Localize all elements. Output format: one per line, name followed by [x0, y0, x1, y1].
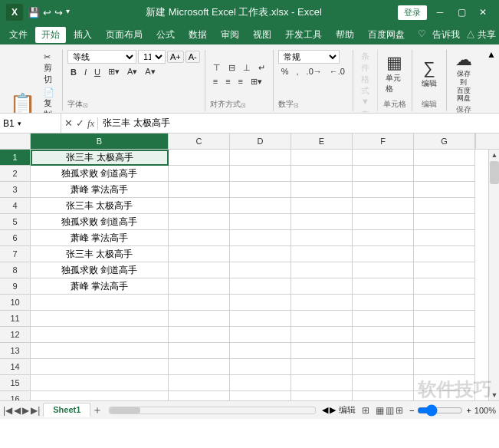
italic-button[interactable]: I [81, 65, 90, 78]
col-header-B[interactable]: B [31, 133, 169, 149]
col-header-E[interactable]: E [291, 133, 353, 149]
row-header-6[interactable]: 6 [0, 230, 30, 246]
prev-sheet-btn[interactable]: ◀ [14, 405, 21, 416]
first-sheet-btn[interactable]: |◀ [3, 405, 12, 416]
cell-C10[interactable] [169, 295, 230, 311]
cell-B16[interactable] [31, 391, 169, 400]
menu-formulas[interactable]: 公式 [150, 27, 181, 43]
row-header-4[interactable]: 4 [0, 198, 30, 214]
normal-view-btn[interactable]: ▦ [376, 405, 384, 416]
align-right-btn[interactable]: ≡ [235, 75, 246, 88]
formula-input[interactable] [98, 118, 499, 129]
cell-C8[interactable] [169, 262, 230, 278]
cell-E7[interactable] [291, 246, 353, 262]
cell-D13[interactable] [230, 343, 291, 359]
cell-D2[interactable] [230, 166, 291, 182]
quick-access-toolbar[interactable]: 💾 ↩ ↪ ▾ [28, 7, 70, 18]
row-header-1[interactable]: 1 [0, 150, 30, 166]
underline-button[interactable]: U [91, 65, 103, 78]
scroll-right-btn[interactable]: ▶ [330, 405, 336, 415]
cell-F4[interactable] [353, 198, 414, 214]
cell-G6[interactable] [414, 230, 475, 246]
menu-baidu[interactable]: 百度网盘 [362, 27, 411, 43]
cell-B10[interactable] [31, 295, 169, 311]
close-button[interactable]: ✕ [473, 5, 493, 20]
cell-B15[interactable] [31, 375, 169, 391]
share-btn[interactable]: △ 共享 [466, 28, 496, 41]
scroll-thumb[interactable] [490, 161, 499, 184]
alignment-expand[interactable]: ⊡ [241, 102, 246, 109]
menu-data[interactable]: 数据 [182, 27, 213, 43]
row-header-7[interactable]: 7 [0, 246, 30, 262]
row-header-9[interactable]: 9 [0, 278, 30, 295]
cell-E14[interactable] [291, 359, 353, 375]
cell-G11[interactable] [414, 311, 475, 327]
menu-page-layout[interactable]: 页面布局 [100, 27, 149, 43]
cell-F16[interactable] [353, 391, 414, 400]
cell-B7[interactable]: 张三丰 太极高手 [31, 246, 169, 262]
cell-F15[interactable] [353, 375, 414, 391]
cell-F3[interactable] [353, 182, 414, 198]
cell-F14[interactable] [353, 359, 414, 375]
corner-cell[interactable] [0, 133, 31, 149]
align-bottom-btn[interactable]: ⊥ [240, 61, 254, 74]
align-left-btn[interactable]: ≡ [210, 75, 221, 88]
percent-btn[interactable]: % [278, 65, 292, 77]
cell-C16[interactable] [169, 391, 230, 400]
cell-C1[interactable] [169, 150, 230, 166]
cell-C12[interactable] [169, 327, 230, 343]
cell-C15[interactable] [169, 375, 230, 391]
scroll-left-btn[interactable]: ◀ [322, 405, 328, 415]
cell-B6[interactable]: 萧峰 掌法高手 [31, 230, 169, 246]
cells-btn[interactable]: ▦ 单元格 [382, 53, 407, 96]
cell-D8[interactable] [230, 262, 291, 278]
cell-E11[interactable] [291, 311, 353, 327]
menu-review[interactable]: 审阅 [215, 27, 245, 43]
cell-G14[interactable] [414, 359, 475, 375]
sheet-tab-1[interactable]: Sheet1 [43, 403, 90, 417]
comma-btn[interactable]: , [294, 65, 302, 77]
cell-F10[interactable] [353, 295, 414, 311]
col-header-G[interactable]: G [414, 133, 475, 149]
cell-G2[interactable] [414, 166, 475, 182]
cell-D6[interactable] [230, 230, 291, 246]
cell-G8[interactable] [414, 262, 475, 278]
last-sheet-btn[interactable]: ▶| [31, 405, 40, 416]
cell-E15[interactable] [291, 375, 353, 391]
cell-E8[interactable] [291, 262, 353, 278]
page-break-view-btn[interactable]: ⊞ [396, 405, 403, 416]
number-format-select[interactable]: 常规 数字 [278, 50, 340, 64]
menu-view[interactable]: 视图 [247, 27, 277, 43]
cell-E4[interactable] [291, 198, 353, 214]
tell-me[interactable]: 告诉我 [432, 28, 460, 41]
menu-help[interactable]: 帮助 [330, 27, 360, 43]
cell-F6[interactable] [353, 230, 414, 246]
row-header-14[interactable]: 14 [0, 359, 30, 375]
cell-F13[interactable] [353, 343, 414, 359]
cell-F7[interactable] [353, 246, 414, 262]
h-scroll-thumb[interactable] [110, 407, 140, 413]
scroll-up-btn[interactable]: ▲ [489, 150, 499, 160]
cell-B5[interactable]: 独孤求败 剑道高手 [31, 214, 169, 230]
cell-C7[interactable] [169, 246, 230, 262]
border-button[interactable]: ⊞▾ [105, 65, 123, 78]
confirm-formula-icon[interactable]: ✓ [76, 117, 84, 129]
cell-F5[interactable] [353, 214, 414, 230]
cell-D1[interactable] [230, 150, 291, 166]
cell-G5[interactable] [414, 214, 475, 230]
col-header-D[interactable]: D [230, 133, 291, 149]
font-color-button[interactable]: A▾ [142, 65, 158, 78]
increase-font-btn[interactable]: A+ [167, 51, 184, 63]
cell-D14[interactable] [230, 359, 291, 375]
scroll-down-btn[interactable]: ▼ [489, 390, 499, 400]
cell-F12[interactable] [353, 327, 414, 343]
cell-F9[interactable] [353, 278, 414, 295]
editing-btn[interactable]: ∑ 编辑 [417, 58, 442, 91]
row-header-10[interactable]: 10 [0, 295, 30, 311]
cell-G7[interactable] [414, 246, 475, 262]
minimize-button[interactable]: ─ [430, 5, 450, 20]
cell-F2[interactable] [353, 166, 414, 182]
cell-D9[interactable] [230, 278, 291, 295]
cell-E1[interactable] [291, 150, 353, 166]
save-baidu-btn[interactable]: ☁ 保存到百度网盘 [451, 50, 476, 104]
